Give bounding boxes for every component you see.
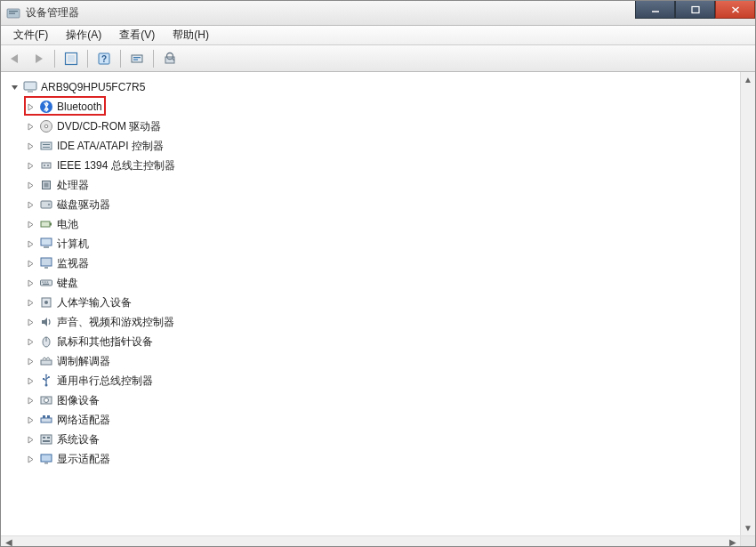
tree-item[interactable]: 图像设备 bbox=[4, 390, 752, 410]
scan-hardware-button[interactable] bbox=[126, 48, 148, 69]
tree-item[interactable]: 人体学输入设备 bbox=[4, 293, 752, 312]
expand-icon[interactable] bbox=[26, 102, 36, 112]
expand-icon[interactable] bbox=[26, 415, 36, 425]
expand-icon[interactable] bbox=[26, 318, 36, 327]
scroll-track[interactable] bbox=[16, 536, 725, 547]
svg-rect-36 bbox=[41, 258, 52, 266]
tree-item-label: 键盘 bbox=[57, 276, 78, 291]
svg-rect-57 bbox=[47, 415, 50, 418]
collapse-icon[interactable] bbox=[10, 83, 20, 93]
svg-rect-12 bbox=[133, 57, 141, 58]
svg-point-31 bbox=[48, 204, 50, 205]
expand-icon[interactable] bbox=[26, 220, 36, 229]
tree-item[interactable]: 系统设备 bbox=[4, 430, 752, 449]
svg-rect-18 bbox=[28, 91, 33, 93]
expand-icon[interactable] bbox=[26, 259, 36, 269]
show-hidden-button[interactable] bbox=[60, 48, 82, 69]
svg-rect-8 bbox=[68, 55, 75, 62]
back-button[interactable] bbox=[4, 48, 26, 69]
expand-icon[interactable] bbox=[26, 376, 36, 386]
expand-icon[interactable] bbox=[26, 181, 36, 190]
tree-root-label: ARB9Q9HPU5FC7R5 bbox=[41, 81, 145, 93]
svg-rect-2 bbox=[9, 12, 15, 13]
tree-item[interactable]: 通用串行总线控制器 bbox=[4, 371, 752, 390]
expand-icon[interactable] bbox=[26, 396, 36, 406]
expand-icon[interactable] bbox=[26, 435, 36, 445]
modem-icon bbox=[39, 354, 53, 368]
svg-rect-40 bbox=[44, 282, 44, 283]
scroll-right-icon[interactable]: ▶ bbox=[725, 536, 740, 547]
scroll-left-icon[interactable]: ◀ bbox=[1, 536, 16, 547]
tree-item[interactable]: 监视器 bbox=[4, 253, 752, 273]
app-icon bbox=[6, 6, 20, 20]
tree-item[interactable]: IDE ATA/ATAPI 控制器 bbox=[4, 136, 752, 156]
expand-icon[interactable] bbox=[26, 200, 36, 210]
ieee1394-icon bbox=[39, 158, 53, 173]
svg-rect-63 bbox=[44, 463, 48, 464]
tree-item[interactable]: 鼠标和其他指针设备 bbox=[4, 332, 752, 351]
scrollbar-corner bbox=[740, 536, 755, 547]
tree-item[interactable]: 调制解调器 bbox=[4, 351, 752, 371]
expand-icon[interactable] bbox=[26, 298, 36, 308]
minimize-button[interactable] bbox=[635, 1, 675, 19]
svg-rect-60 bbox=[47, 437, 50, 438]
svg-rect-61 bbox=[43, 440, 50, 442]
tree-item[interactable]: 键盘 bbox=[4, 273, 752, 293]
help-button[interactable]: ? bbox=[93, 48, 115, 69]
svg-rect-42 bbox=[47, 282, 48, 283]
tree-item[interactable]: DVD/CD-ROM 驱动器 bbox=[4, 117, 752, 136]
expand-icon[interactable] bbox=[26, 141, 36, 151]
horizontal-scrollbar[interactable]: ◀ ▶ bbox=[1, 535, 755, 547]
tree-item[interactable]: 电池 bbox=[4, 214, 752, 234]
forward-button[interactable] bbox=[28, 48, 49, 69]
tree-item[interactable]: IEEE 1394 总线主控制器 bbox=[4, 156, 752, 175]
tree-container: ARB9Q9HPU5FC7R5 BluetoothDVD/CD-ROM 驱动器I… bbox=[1, 72, 755, 535]
computer-icon bbox=[23, 80, 37, 94]
tree-root[interactable]: ARB9Q9HPU5FC7R5 bbox=[4, 77, 752, 97]
tree-item[interactable]: 声音、视频和游戏控制器 bbox=[4, 312, 752, 332]
properties-button[interactable] bbox=[159, 48, 181, 69]
toolbar-separator bbox=[54, 50, 55, 68]
expand-icon[interactable] bbox=[26, 239, 36, 249]
title-bar: 设备管理器 bbox=[1, 1, 755, 26]
menu-view[interactable]: 查看(V) bbox=[110, 26, 164, 44]
svg-rect-33 bbox=[50, 223, 52, 226]
menu-file[interactable]: 文件(F) bbox=[4, 26, 57, 44]
tree-item[interactable]: 处理器 bbox=[4, 175, 752, 195]
tree-item-label: IDE ATA/ATAPI 控制器 bbox=[57, 139, 164, 154]
expand-icon[interactable] bbox=[26, 454, 36, 464]
tree-item-label: 图像设备 bbox=[57, 393, 100, 408]
tree-item[interactable]: 网络适配器 bbox=[4, 410, 752, 430]
scroll-up-icon[interactable]: ▲ bbox=[741, 72, 755, 87]
expand-icon[interactable] bbox=[26, 357, 36, 366]
keyboard-icon bbox=[39, 276, 53, 290]
sound-icon bbox=[39, 315, 53, 329]
tree-item[interactable]: 磁盘驱动器 bbox=[4, 195, 752, 214]
tree-item[interactable]: Bluetooth bbox=[4, 97, 752, 117]
disc-icon bbox=[39, 119, 53, 133]
maximize-button[interactable] bbox=[675, 1, 715, 19]
toolbar-separator bbox=[120, 50, 121, 68]
expand-icon[interactable] bbox=[26, 122, 36, 132]
tree-item-label: Bluetooth bbox=[57, 101, 102, 113]
device-tree: ARB9Q9HPU5FC7R5 BluetoothDVD/CD-ROM 驱动器I… bbox=[1, 72, 755, 474]
tree-item[interactable]: 显示适配器 bbox=[4, 449, 752, 469]
vertical-scrollbar[interactable]: ▲ ▼ bbox=[740, 72, 755, 535]
svg-rect-23 bbox=[43, 144, 50, 145]
svg-rect-25 bbox=[42, 163, 51, 168]
expand-icon[interactable] bbox=[26, 337, 36, 347]
svg-rect-62 bbox=[41, 454, 52, 462]
menu-help[interactable]: 帮助(H) bbox=[164, 26, 218, 44]
scroll-down-icon[interactable]: ▼ bbox=[741, 520, 755, 535]
menu-action[interactable]: 操作(A) bbox=[57, 26, 110, 44]
cpu-icon bbox=[39, 178, 53, 192]
ide-icon bbox=[39, 139, 53, 153]
tree-item[interactable]: 计算机 bbox=[4, 234, 752, 253]
svg-rect-34 bbox=[41, 238, 52, 245]
svg-rect-38 bbox=[41, 280, 52, 286]
expand-icon[interactable] bbox=[26, 161, 36, 171]
expand-icon[interactable] bbox=[26, 278, 36, 288]
svg-rect-52 bbox=[43, 378, 44, 380]
svg-point-21 bbox=[44, 125, 48, 128]
close-button[interactable] bbox=[715, 1, 755, 19]
